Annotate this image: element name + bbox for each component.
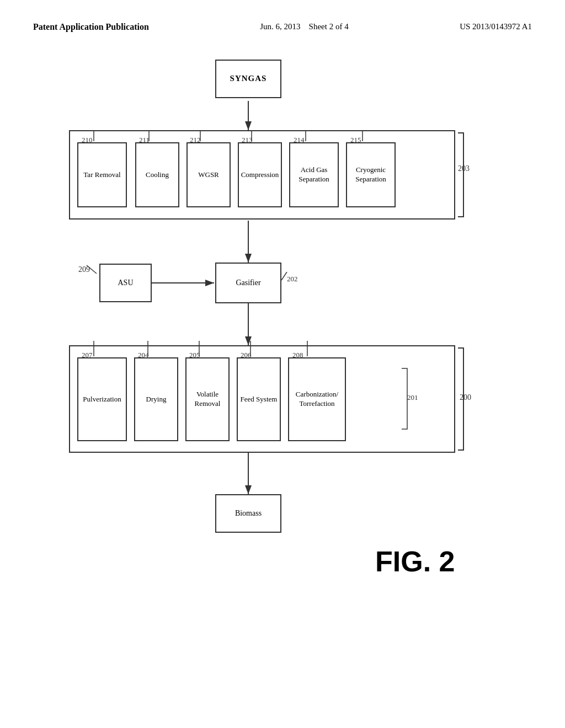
- box-211: Cooling: [135, 142, 179, 207]
- box-207: Pulverization: [77, 357, 127, 441]
- ref-201: 201: [407, 393, 418, 402]
- syngas-box: SYNGAS: [215, 60, 281, 98]
- header-right: US 2013/0143972 A1: [460, 22, 532, 31]
- figure-label: FIG. 2: [375, 545, 455, 578]
- gasifier-box: Gasifier: [215, 263, 281, 303]
- box-205: Volatile Removal: [185, 357, 230, 441]
- asu-box: ASU: [99, 264, 152, 302]
- box-213: Compression: [238, 142, 282, 207]
- svg-line-14: [281, 272, 287, 280]
- diagram-area: SYNGAS 203 Tar Removal 210 Cooling 211 W: [33, 49, 532, 683]
- svg-line-15: [87, 265, 97, 274]
- header-sheet: Sheet 2 of 4: [309, 22, 349, 31]
- header-date: Jun. 6, 2013: [260, 22, 300, 31]
- box-208: Carbonization/ Torrefaction: [288, 357, 346, 441]
- ref-200: 200: [460, 393, 471, 402]
- header-left: Patent Application Publication: [33, 22, 149, 32]
- header-center: Jun. 6, 2013 Sheet 2 of 4: [260, 22, 348, 31]
- bracket-203: [452, 130, 469, 220]
- box-210: Tar Removal: [77, 142, 127, 207]
- box-204: Drying: [134, 357, 178, 441]
- header: Patent Application Publication Jun. 6, 2…: [33, 22, 532, 32]
- page: Patent Application Publication Jun. 6, 2…: [0, 0, 565, 728]
- biomass-box: Biomass: [215, 494, 281, 533]
- box-215: Cryogenic Separation: [346, 142, 396, 207]
- box-206: Feed System: [237, 357, 281, 441]
- box-212: WGSR: [186, 142, 231, 207]
- box-214: Acid Gas Separation: [289, 142, 339, 207]
